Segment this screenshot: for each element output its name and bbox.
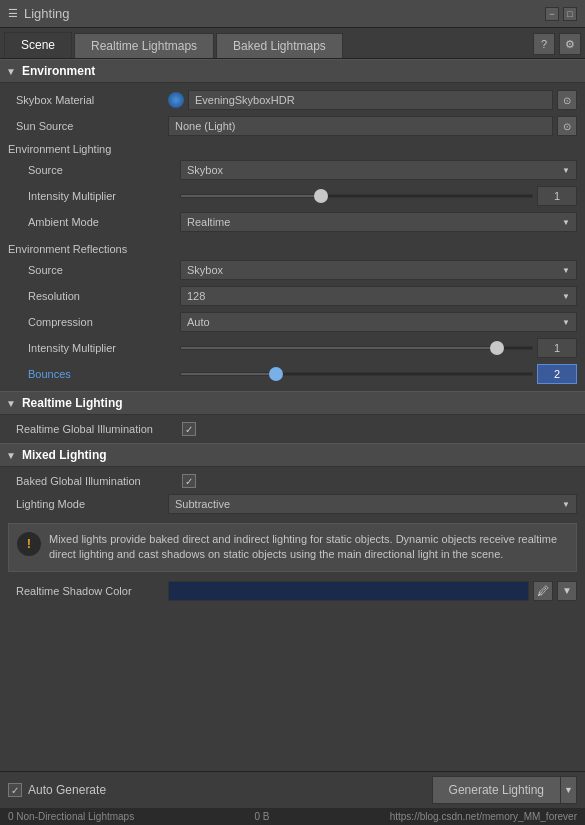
window-icon: ☰ (8, 7, 18, 20)
tab-baked-lightmaps[interactable]: Baked Lightmaps (216, 33, 343, 58)
skybox-config-button[interactable]: ⊙ (557, 90, 577, 110)
generate-dropdown-arrow-button[interactable]: ▼ (561, 776, 577, 804)
refl-source-dropdown[interactable]: Skybox ▼ (180, 260, 577, 280)
compression-dropdown-arrow: ▼ (562, 318, 570, 327)
sun-source-value: None (Light) ⊙ (168, 116, 577, 136)
minimize-button[interactable]: − (545, 7, 559, 21)
sun-source-text[interactable]: None (Light) (168, 116, 553, 136)
env-intensity-slider[interactable] (180, 194, 533, 198)
refl-intensity-row: Intensity Multiplier 1 (0, 335, 585, 361)
mixed-lighting-section-header[interactable]: ▼ Mixed Lighting (0, 443, 585, 467)
env-intensity-row: Intensity Multiplier 1 (0, 183, 585, 209)
lighting-mode-dropdown[interactable]: Subtractive ▼ (168, 494, 577, 514)
environment-section-body: Skybox Material EveningSkyboxHDR ⊙ Sun S… (0, 83, 585, 391)
maximize-button[interactable]: □ (563, 7, 577, 21)
compression-row: Compression Auto ▼ (0, 309, 585, 335)
mixed-lighting-section-body: Baked Global Illumination Lighting Mode … (0, 467, 585, 608)
sun-source-config-button[interactable]: ⊙ (557, 116, 577, 136)
lighting-mode-dropdown-text: Subtractive (175, 498, 230, 510)
shadow-color-row: Realtime Shadow Color 🖉 ▼ (0, 578, 585, 604)
window-controls: − □ (545, 7, 577, 21)
environment-section-header[interactable]: ▼ Environment (0, 59, 585, 83)
baked-gi-checkbox[interactable] (182, 474, 196, 488)
info-icon: ! (17, 532, 41, 556)
realtime-gi-row: Realtime Global Illumination (0, 419, 585, 439)
env-source-dropdown[interactable]: Skybox ▼ (180, 160, 577, 180)
env-source-value: Skybox ▼ (180, 160, 577, 180)
bounces-value: 2 (180, 364, 577, 384)
eyedropper-button[interactable]: 🖉 (533, 581, 553, 601)
realtime-gi-checkbox[interactable] (182, 422, 196, 436)
resolution-dropdown-text: 128 (187, 290, 205, 302)
sun-source-row: Sun Source None (Light) ⊙ (0, 113, 585, 139)
environment-section-label: Environment (22, 64, 95, 78)
bounces-row: Bounces 2 (0, 361, 585, 387)
realtime-gi-label: Realtime Global Illumination (16, 423, 176, 435)
environment-arrow-icon: ▼ (6, 66, 16, 77)
tab-scene[interactable]: Scene (4, 32, 72, 58)
realtime-lighting-arrow-icon: ▼ (6, 398, 16, 409)
env-intensity-value: 1 (180, 186, 577, 206)
resolution-row: Resolution 128 ▼ (0, 283, 585, 309)
env-source-dropdown-arrow: ▼ (562, 166, 570, 175)
env-lighting-sublabel: Environment Lighting (0, 139, 585, 157)
realtime-lighting-section-label: Realtime Lighting (22, 396, 123, 410)
lighting-mode-label: Lighting Mode (8, 498, 168, 510)
ambient-mode-dropdown-arrow: ▼ (562, 218, 570, 227)
refl-source-value: Skybox ▼ (180, 260, 577, 280)
bounces-input[interactable]: 2 (537, 364, 577, 384)
bounces-label: Bounces (20, 368, 180, 380)
status-bar: 0 Non-Directional Lightmaps 0 B https://… (0, 808, 585, 825)
tab-realtime-lightmaps[interactable]: Realtime Lightmaps (74, 33, 214, 58)
refl-intensity-slider[interactable] (180, 346, 533, 350)
tabs-bar: Scene Realtime Lightmaps Baked Lightmaps… (0, 28, 585, 59)
resolution-dropdown[interactable]: 128 ▼ (180, 286, 577, 306)
sun-source-label: Sun Source (8, 120, 168, 132)
generate-lighting-button[interactable]: Generate Lighting (432, 776, 561, 804)
help-button[interactable]: ? (533, 33, 555, 55)
ambient-mode-dropdown-text: Realtime (187, 216, 230, 228)
compression-dropdown[interactable]: Auto ▼ (180, 312, 577, 332)
mixed-lighting-arrow-icon: ▼ (6, 450, 16, 461)
resolution-dropdown-arrow: ▼ (562, 292, 570, 301)
status-size: 0 B (254, 811, 269, 822)
refl-source-label: Source (20, 264, 180, 276)
compression-label: Compression (20, 316, 180, 328)
resolution-value: 128 ▼ (180, 286, 577, 306)
mixed-lighting-section-label: Mixed Lighting (22, 448, 107, 462)
env-source-label: Source (20, 164, 180, 176)
auto-generate-checkbox[interactable] (8, 783, 22, 797)
realtime-lighting-section-header[interactable]: ▼ Realtime Lighting (0, 391, 585, 415)
env-source-dropdown-text: Skybox (187, 164, 223, 176)
shadow-color-swatch[interactable] (168, 581, 529, 601)
status-lightmaps-count: 0 Non-Directional Lightmaps (8, 811, 134, 822)
ambient-mode-row: Ambient Mode Realtime ▼ (0, 209, 585, 235)
realtime-lighting-section-body: Realtime Global Illumination (0, 415, 585, 443)
shadow-color-input-area: 🖉 ▼ (168, 581, 577, 601)
generate-button-area: Generate Lighting ▼ (432, 776, 577, 804)
compression-value: Auto ▼ (180, 312, 577, 332)
tabs-actions: ? ⚙ (533, 33, 581, 57)
bounces-slider[interactable] (180, 372, 533, 376)
ambient-mode-dropdown[interactable]: Realtime ▼ (180, 212, 577, 232)
shadow-color-config-button[interactable]: ▼ (557, 581, 577, 601)
lighting-mode-row: Lighting Mode Subtractive ▼ (0, 491, 585, 517)
skybox-sphere-icon (168, 92, 184, 108)
skybox-material-text[interactable]: EveningSkyboxHDR (188, 90, 553, 110)
info-box: ! Mixed lights provide baked direct and … (8, 523, 577, 572)
skybox-material-row: Skybox Material EveningSkyboxHDR ⊙ (0, 87, 585, 113)
refl-intensity-value: 1 (180, 338, 577, 358)
env-intensity-input[interactable]: 1 (537, 186, 577, 206)
window: ☰ Lighting − □ Scene Realtime Lightmaps … (0, 0, 585, 825)
baked-gi-label: Baked Global Illumination (16, 475, 176, 487)
window-title: Lighting (24, 6, 70, 21)
refl-intensity-input[interactable]: 1 (537, 338, 577, 358)
lighting-mode-dropdown-arrow: ▼ (562, 500, 570, 509)
env-reflections-sublabel: Environment Reflections (0, 235, 585, 257)
env-source-row: Source Skybox ▼ (0, 157, 585, 183)
settings-button[interactable]: ⚙ (559, 33, 581, 55)
refl-intensity-label: Intensity Multiplier (20, 342, 180, 354)
title-bar: ☰ Lighting − □ (0, 0, 585, 28)
baked-gi-row: Baked Global Illumination (0, 471, 585, 491)
refl-source-row: Source Skybox ▼ (0, 257, 585, 283)
